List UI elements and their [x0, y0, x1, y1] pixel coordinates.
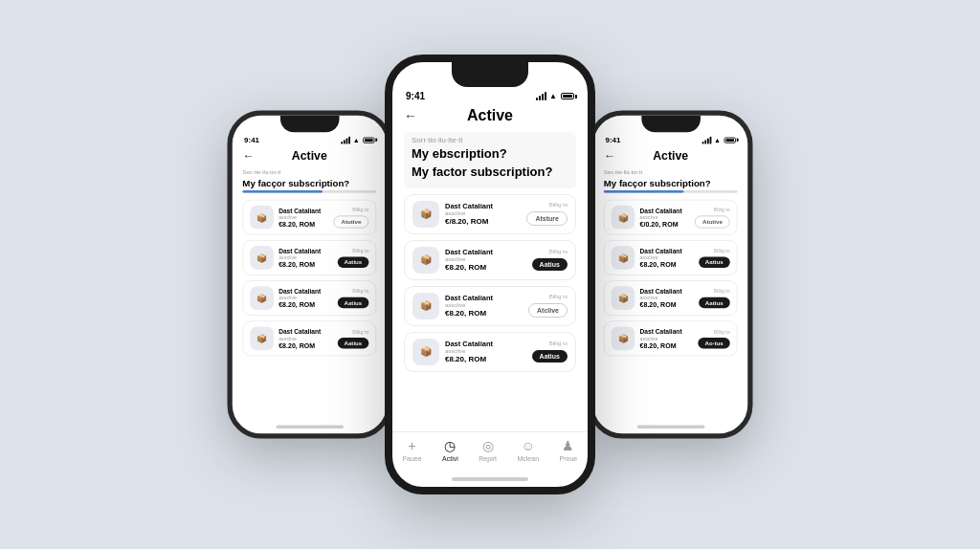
- sub-info-left-1: Dast Cataliant assclive €8.20, ROM: [278, 248, 332, 269]
- question-left: My facçor subscription?: [242, 177, 376, 189]
- btn-right-3[interactable]: Ao·tus: [698, 338, 729, 348]
- sub-info-right-1: Dast Cataliant assclive €8.20, ROM: [640, 248, 694, 269]
- header-left: ← Active: [233, 145, 387, 165]
- notch-left: [280, 116, 340, 133]
- nav-label-3: Mclean: [517, 455, 539, 462]
- signal-right: [702, 136, 712, 143]
- signal-left: [341, 136, 350, 143]
- sub-icon-left-2: 📦: [250, 287, 274, 311]
- sub-name-right-3: Dast Cataliant: [640, 328, 694, 336]
- btn-right-2[interactable]: Aatius: [699, 297, 730, 308]
- sub-price-left-2: €8.20, ROM: [278, 301, 315, 309]
- sub-icon-right-1: 📦: [612, 246, 635, 270]
- btn-left-1[interactable]: Aatius: [337, 256, 368, 267]
- sub-item-right-3: 📦 Dast Cataliant assclive €8.20, ROM Bil…: [604, 321, 738, 357]
- nav-item-4[interactable]: ♟ Proue: [560, 438, 578, 462]
- sub-name-center-0: Dast Cataliant: [445, 202, 521, 210]
- sub-info-left-0: Dast Cataliant assclive €8.20, ROM: [278, 207, 328, 228]
- sub-price-right-3: €8.20, ROM: [640, 341, 677, 349]
- progress-bar-left: [242, 190, 376, 193]
- sub-date-center-0: Billig to: [549, 202, 568, 208]
- sub-item-right-0: 📦 Dast Cataliant assclive €/0.20, ROM Bi…: [604, 200, 738, 235]
- sub-info-left-2: Dast Cataliant assclive €8.20, ROM: [278, 288, 332, 309]
- header-right: ← Active: [593, 145, 747, 165]
- sub-date-center-3: Billig to: [549, 340, 568, 346]
- btn-center-3[interactable]: Aatius: [532, 350, 568, 362]
- section-label-center: Sorr·tio·llu·lte·tt: [412, 136, 568, 144]
- nav-icon-1: ◷: [444, 438, 456, 453]
- sub-icon-center-0: 📦: [412, 201, 439, 228]
- sub-desc-left-0: assclive: [278, 214, 328, 219]
- content-center: Sorr·tio·llu·lte·tt My ebscription? My f…: [392, 128, 588, 431]
- sub-price-right-0: €/0.20, ROM: [640, 221, 679, 229]
- progress-fill-right: [604, 190, 684, 193]
- sub-right-right-0: Billig to Atutive: [695, 207, 730, 228]
- sub-desc-center-1: assclive: [445, 256, 526, 262]
- sub-right-right-3: Billig to Ao·tus: [698, 329, 729, 348]
- sub-price-center-3: €8.20, ROM: [445, 355, 486, 363]
- sub-desc-center-3: assclive: [445, 348, 526, 354]
- btn-center-2[interactable]: Atclive: [528, 303, 568, 318]
- sub-name-left-0: Dast Cataliant: [278, 207, 328, 214]
- sub-desc-left-2: assclive: [278, 296, 332, 300]
- sub-date-center-2: Billig to: [549, 294, 568, 299]
- sub-icon-right-2: 📦: [612, 287, 635, 311]
- sub-price-center-0: €/8.20, ROM: [445, 217, 488, 226]
- scene: 9:41 ▲ ← Active Sec·tte·lla·tio·tt My fa…: [0, 0, 980, 549]
- sub-icon-left-3: 📦: [250, 327, 274, 351]
- nav-item-0[interactable]: + Fauee: [403, 438, 422, 462]
- sub-right-center-3: Billig to Aatius: [532, 340, 568, 362]
- sub-desc-right-1: assclive: [640, 255, 694, 260]
- sub-icon-center-2: 📦: [412, 293, 439, 319]
- content-right: Sec·tte·lla·tio·tt My facçor subscriptio…: [593, 165, 747, 420]
- sub-desc-center-0: assclive: [445, 210, 521, 216]
- title-left: Active: [292, 149, 327, 163]
- btn-right-0[interactable]: Atutive: [695, 215, 730, 228]
- sub-right-right-1: Billig to Aatius: [699, 249, 730, 268]
- nav-item-3[interactable]: ☺ Mclean: [517, 438, 539, 462]
- home-indicator-left: [233, 420, 387, 433]
- sub-info-right-2: Dast Cataliant assclive €8.20, ROM: [640, 288, 694, 309]
- sub-item-left-0: 📦 Dast Cataliant assclive €8.20, ROM Bil…: [242, 200, 376, 235]
- sub-name-right-2: Dast Cataliant: [640, 288, 694, 296]
- sub-item-center-1: 📦 Dast Cataliant assclive €8.20, ROM Bil…: [404, 240, 576, 280]
- sub-date-left-1: Billig to: [352, 249, 368, 253]
- status-icons-right: ▲: [702, 136, 736, 143]
- sub-list-center: 📦 Dast Cataliant assclive €/8.20, ROM Bi…: [404, 194, 576, 424]
- btn-right-1[interactable]: Aatius: [699, 256, 730, 267]
- btn-left-0[interactable]: Atutive: [334, 215, 369, 228]
- question-right: My facçor subscription?: [604, 177, 738, 189]
- time-left: 9:41: [244, 136, 259, 144]
- btn-center-0[interactable]: Atsture: [526, 211, 568, 226]
- btn-left-2[interactable]: Aatius: [337, 297, 368, 308]
- sub-date-right-0: Billig to: [714, 207, 730, 211]
- back-arrow-left[interactable]: ←: [242, 149, 254, 163]
- sub-price-left-3: €8.20, ROM: [278, 341, 315, 349]
- sub-right-center-1: Billig to Aatius: [532, 249, 568, 271]
- sub-desc-left-3: assclive: [278, 336, 332, 340]
- btn-center-1[interactable]: Aatius: [532, 258, 568, 271]
- nav-item-2[interactable]: ◎ Repirt: [479, 438, 497, 462]
- sub-date-left-0: Billig to: [352, 207, 368, 211]
- question-center: My ebscription?: [412, 146, 568, 163]
- back-arrow-center[interactable]: ←: [404, 108, 417, 123]
- left-phone: 9:41 ▲ ← Active Sec·tte·lla·tio·tt My fa…: [228, 110, 392, 438]
- sub-right-left-1: Billig to Aatius: [337, 249, 368, 268]
- notch-center: [452, 62, 528, 87]
- title-right: Active: [653, 149, 688, 163]
- back-arrow-right[interactable]: ←: [604, 149, 615, 163]
- sub-date-right-1: Billig to: [714, 249, 730, 253]
- notch-right: [641, 116, 701, 133]
- sub-desc-right-2: assclive: [640, 296, 694, 300]
- btn-left-3[interactable]: Aatius: [337, 338, 368, 348]
- nav-icon-3: ☺: [522, 438, 535, 453]
- sub-desc-left-1: assclive: [278, 255, 332, 260]
- nav-icon-4: ♟: [562, 438, 574, 453]
- signal-center: [536, 92, 546, 100]
- sub-item-left-3: 📦 Dast Cataliant assclive €8.20, ROM Bil…: [242, 321, 376, 357]
- sub-item-left-1: 📦 Dast Cataliant assclive €8.20, ROM Bil…: [242, 240, 376, 275]
- nav-icon-0: +: [409, 438, 416, 453]
- nav-item-1[interactable]: ◷ Activi: [442, 438, 458, 462]
- sub-question-center: My factor subscription?: [412, 165, 568, 181]
- sub-desc-right-0: assclive: [640, 214, 690, 219]
